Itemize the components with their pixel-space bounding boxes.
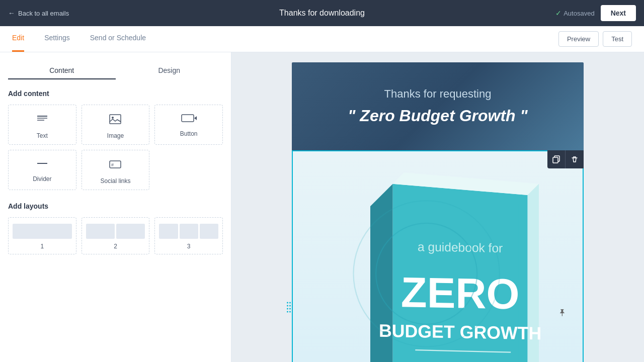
layout-col [159, 224, 178, 239]
svg-rect-5 [182, 115, 194, 122]
email-canvas[interactable]: Thanks for requesting " Zero Budget Grow… [231, 52, 644, 362]
drag-handle[interactable] [286, 302, 292, 313]
content-item-image[interactable]: Image [82, 105, 150, 145]
button-icon [181, 113, 197, 126]
top-bar: ← Back to all emails Thanks for download… [0, 0, 644, 26]
tab-edit[interactable]: Edit [12, 26, 24, 52]
book-illustration: a guidebook for ZERO BUDGET GROWTH tools… [303, 161, 573, 362]
top-right-area: ✓ Autosaved Next [555, 5, 636, 21]
layout-preview-3 [159, 224, 218, 239]
layout-label-1: 1 [40, 243, 44, 250]
sidebar-tab-design[interactable]: Design [116, 62, 223, 79]
tab-settings[interactable]: Settings [44, 26, 70, 52]
layout-item-1[interactable]: 1 [8, 217, 76, 254]
tab-actions: Preview Test [558, 31, 632, 47]
content-item-social[interactable]: # Social links [82, 150, 150, 190]
button-label: Button [180, 130, 198, 137]
back-arrow-icon: ← [8, 9, 15, 17]
svg-text:BUDGET GROWTH: BUDGET GROWTH [379, 321, 541, 344]
email-header-title: " Zero Budget Growth " [312, 107, 564, 125]
check-icon: ✓ [555, 9, 561, 17]
autosaved-indicator: ✓ Autosaved [555, 9, 594, 17]
text-icon [35, 113, 49, 128]
duplicate-button[interactable] [547, 150, 566, 168]
autosaved-label: Autosaved [564, 10, 594, 17]
image-icon [108, 113, 122, 128]
sidebar-tab-content[interactable]: Content [8, 62, 116, 79]
layout-col [116, 224, 145, 239]
next-button[interactable]: Next [601, 5, 636, 21]
email-body-inner: a guidebook for ZERO BUDGET GROWTH tools… [293, 151, 583, 362]
layout-label-2: 2 [114, 243, 117, 250]
image-label: Image [107, 132, 124, 139]
delete-button[interactable] [566, 150, 584, 168]
layout-preview-2 [86, 224, 145, 239]
svg-rect-11 [553, 157, 558, 163]
email-container: Thanks for requesting " Zero Budget Grow… [292, 62, 584, 352]
section-toolbar [547, 150, 584, 168]
svg-text:ZERO: ZERO [401, 268, 520, 318]
divider-icon [35, 158, 49, 171]
layout-col [180, 224, 198, 239]
sidebar-tabs: Content Design [8, 62, 223, 79]
back-link[interactable]: ← Back to all emails [8, 9, 69, 17]
content-item-button[interactable]: Button [154, 105, 223, 145]
svg-marker-6 [194, 116, 197, 120]
tab-send-schedule[interactable]: Send or Schedule [90, 26, 146, 52]
book-container: a guidebook for ZERO BUDGET GROWTH tools… [303, 161, 573, 362]
email-header: Thanks for requesting " Zero Budget Grow… [292, 62, 584, 150]
svg-point-4 [112, 117, 114, 119]
layout-item-2[interactable]: 2 [82, 217, 150, 254]
text-label: Text [37, 132, 48, 139]
add-layouts-title: Add layouts [8, 202, 223, 210]
preview-button[interactable]: Preview [558, 31, 599, 47]
layout-col [13, 224, 72, 239]
back-label: Back to all emails [18, 10, 69, 17]
svg-rect-3 [110, 115, 121, 124]
email-body-section[interactable]: a guidebook for ZERO BUDGET GROWTH tools… [292, 150, 584, 362]
test-button[interactable]: Test [603, 31, 632, 47]
content-item-text[interactable]: Text [8, 105, 76, 145]
nav-tabs: Edit Settings Send or Schedule [12, 26, 146, 52]
svg-text:#: # [111, 162, 114, 167]
add-content-title: Add content [8, 89, 223, 98]
divider-label: Divider [33, 175, 51, 183]
sidebar: Content Design Add content Text [0, 52, 231, 362]
layout-preview-1 [13, 224, 72, 239]
content-grid: Text Image [8, 105, 223, 190]
sub-nav: Edit Settings Send or Schedule Preview T… [0, 26, 644, 52]
social-icon: # [108, 158, 122, 173]
email-header-subtitle: Thanks for requesting [312, 87, 564, 101]
layout-col [200, 224, 218, 239]
social-label: Social links [100, 177, 130, 185]
main-layout: Content Design Add content Text [0, 52, 644, 362]
page-title: Thanks for downloading [279, 9, 365, 18]
layouts-grid: 1 2 3 [8, 217, 223, 254]
layout-label-3: 3 [187, 243, 191, 250]
svg-text:a guidebook for: a guidebook for [418, 240, 503, 255]
layout-col [86, 224, 115, 239]
content-item-divider[interactable]: Divider [8, 150, 76, 190]
layout-item-3[interactable]: 3 [154, 217, 223, 254]
